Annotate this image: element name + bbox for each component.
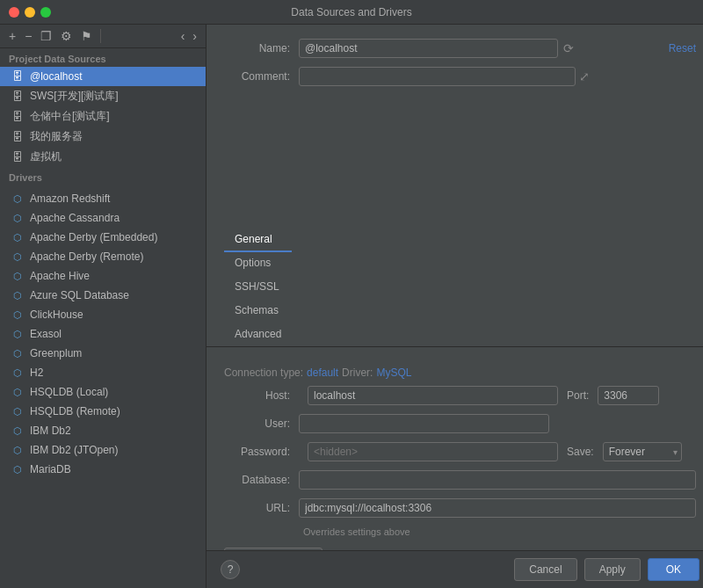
name-row: Name: ⟳ Reset: [224, 39, 696, 58]
driver-item-label: ClickHouse: [30, 309, 83, 321]
db-icon: 🗄: [11, 69, 25, 83]
user-input[interactable]: [299, 414, 549, 433]
project-item-label: SWS[开发][测试库]: [30, 89, 119, 104]
save-label: Save:: [567, 446, 594, 458]
maximize-button[interactable]: [40, 7, 51, 18]
reset-button[interactable]: Reset: [669, 42, 696, 54]
driver-item[interactable]: ⬡ Greenplum: [0, 344, 206, 363]
ok-button[interactable]: OK: [648, 558, 699, 581]
driver-item[interactable]: ⬡ IBM Db2 (JTOpen): [0, 440, 206, 460]
close-button[interactable]: [9, 7, 19, 18]
user-label: User:: [224, 417, 299, 430]
tab-ssh-ssl[interactable]: SSH/SSL: [224, 275, 292, 300]
driver-item[interactable]: ⬡ Exasol: [0, 324, 206, 344]
driver-icon: ⬡: [11, 443, 25, 457]
project-item[interactable]: 🗄 SWS[开发][测试库]: [0, 86, 206, 106]
connection-type-value[interactable]: default: [307, 367, 338, 379]
url-label: URL:: [224, 502, 299, 514]
password-label: Password:: [224, 446, 299, 458]
forward-button[interactable]: ›: [189, 28, 200, 44]
driver-icon: ⬡: [11, 327, 25, 341]
connection-type-label: Connection type:: [224, 367, 303, 379]
driver-item[interactable]: ⬡ HSQLDB (Remote): [0, 402, 206, 421]
nav-arrows: ‹ ›: [178, 28, 200, 44]
minimize-button[interactable]: [25, 7, 35, 18]
password-input[interactable]: [308, 442, 558, 461]
window-controls[interactable]: [9, 7, 51, 18]
tabs-bar: GeneralOptionsSSH/SSLSchemasAdvanced: [207, 228, 703, 347]
tab-general[interactable]: General: [224, 228, 292, 252]
back-button[interactable]: ‹: [178, 28, 189, 44]
driver-icon: ⬡: [11, 288, 25, 302]
db-icon: 🗄: [11, 90, 25, 104]
db-icon: 🗄: [11, 130, 25, 144]
expand-icon[interactable]: ⤢: [579, 69, 590, 83]
driver-item-label: IBM Db2 (JTOpen): [30, 444, 118, 456]
toolbar: + − ❐ ⚙ ⚑ ‹ ›: [0, 25, 206, 48]
apply-button[interactable]: Apply: [584, 558, 641, 581]
help-button[interactable]: ?: [221, 560, 240, 579]
driver-item[interactable]: ⬡ HSQLDB (Local): [0, 382, 206, 402]
drivers-header: Drivers: [0, 167, 206, 185]
driver-item[interactable]: ⬡ Azure SQL Database: [0, 286, 206, 305]
name-input[interactable]: [299, 39, 558, 58]
titlebar: Data Sources and Drivers: [0, 0, 703, 25]
tab-schemas[interactable]: Schemas: [224, 299, 292, 323]
driver-item[interactable]: ⬡ MariaDB: [0, 460, 206, 479]
driver-icon: ⬡: [11, 192, 25, 206]
tab-options[interactable]: Options: [224, 251, 292, 276]
project-item[interactable]: 🗄 @localhost: [0, 67, 206, 86]
window-title: Data Sources and Drivers: [291, 6, 411, 18]
remove-button[interactable]: −: [21, 28, 35, 44]
user-row: User:: [224, 414, 696, 433]
driver-item[interactable]: ⬡ Apache Cassandra: [0, 208, 206, 228]
duplicate-button[interactable]: ❐: [37, 28, 55, 44]
project-item[interactable]: 🗄 虚拟机: [0, 147, 206, 167]
database-label: Database:: [224, 474, 299, 486]
info-button[interactable]: ⚑: [77, 28, 96, 44]
driver-item[interactable]: ⬡ H2: [0, 363, 206, 382]
url-input[interactable]: [299, 498, 696, 518]
driver-value[interactable]: MySQL: [376, 367, 411, 379]
project-item-label: @localhost: [30, 70, 83, 83]
driver-icon: ⬡: [11, 211, 25, 225]
sync-icon: ⟳: [563, 41, 574, 55]
cancel-button[interactable]: Cancel: [514, 558, 576, 581]
host-label: Host:: [224, 389, 299, 402]
driver-item[interactable]: ⬡ Apache Hive: [0, 266, 206, 286]
driver-item[interactable]: ⬡ Amazon Redshift: [0, 189, 206, 208]
driver-icon: ⬡: [11, 404, 25, 418]
host-port-row: Host: Port:: [224, 386, 696, 405]
tabs-container: GeneralOptionsSSH/SSLSchemasAdvanced: [224, 228, 292, 346]
driver-label: Driver:: [342, 367, 373, 379]
driver-icon: ⬡: [11, 366, 25, 380]
name-input-wrap: ⟳: [299, 39, 574, 58]
url-row: URL:: [224, 498, 696, 518]
tab-advanced[interactable]: Advanced: [224, 323, 292, 347]
add-button[interactable]: +: [5, 28, 19, 44]
driver-item-label: Apache Derby (Embedded): [30, 231, 157, 243]
bottom-bar: ? Cancel Apply OK: [207, 550, 703, 588]
driver-item[interactable]: ⬡ Apache Derby (Remote): [0, 247, 206, 266]
driver-items-container: ⬡ Amazon Redshift ⬡ Apache Cassandra ⬡ A…: [0, 189, 206, 479]
host-input[interactable]: [308, 386, 558, 405]
driver-icon: ⬡: [11, 424, 25, 438]
database-input[interactable]: [299, 470, 696, 490]
comment-input[interactable]: [299, 67, 576, 86]
driver-item[interactable]: ⬡ IBM Db2: [0, 421, 206, 440]
project-item[interactable]: 🗄 仓储中台[测试库]: [0, 106, 206, 127]
save-select[interactable]: Forever Until restart Never: [603, 442, 682, 461]
port-input[interactable]: [598, 386, 659, 405]
project-item[interactable]: 🗄 我的服务器: [0, 127, 206, 147]
driver-item-label: Amazon Redshift: [30, 192, 110, 205]
driver-item[interactable]: ⬡ ClickHouse: [0, 305, 206, 324]
driver-icon: ⬡: [11, 230, 25, 244]
save-select-wrap: Forever Until restart Never: [603, 442, 682, 461]
toolbar-divider: [100, 29, 101, 43]
driver-item[interactable]: ⬡ Apache Derby (Embedded): [0, 228, 206, 247]
driver-item-label: MariaDB: [30, 463, 71, 475]
driver-item-label: Apache Derby (Remote): [30, 250, 143, 263]
project-items: 🗄 @localhost 🗄 SWS[开发][测试库] 🗄 仓储中台[测试库] …: [0, 67, 206, 167]
driver-icon: ⬡: [11, 385, 25, 399]
settings-button[interactable]: ⚙: [57, 28, 76, 44]
